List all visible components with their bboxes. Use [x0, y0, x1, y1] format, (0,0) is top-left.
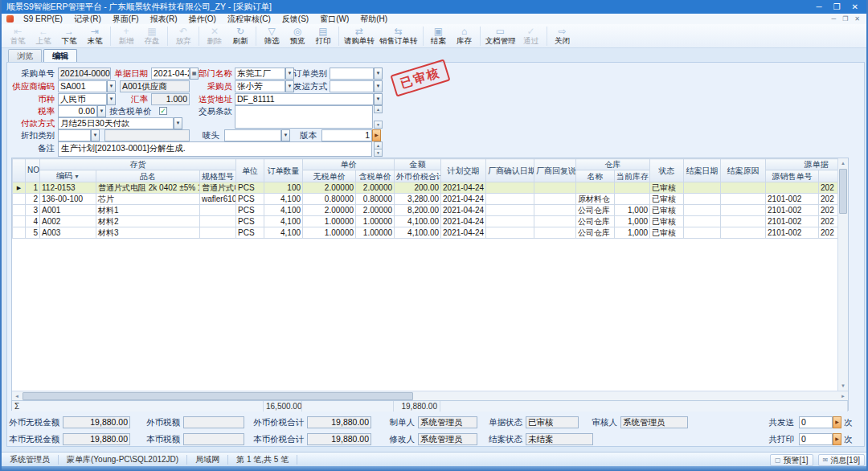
sales-order-transfer-button[interactable]: ⇆销售订单转 [377, 25, 420, 47]
tab-browse[interactable]: 浏览 [8, 49, 42, 63]
close-window-icon: ⇨ [558, 27, 566, 36]
table-row[interactable]: 3 A001 材料1 PCS 4,100 2.00000 2.00000 8,2… [13, 205, 840, 216]
print-count-field[interactable]: 0 [799, 433, 833, 445]
trade-terms-textarea[interactable] [235, 105, 373, 129]
menu-operation[interactable]: 操作(O) [182, 14, 221, 25]
currency-dropdown-button[interactable]: ▼ [107, 93, 116, 105]
dept-field[interactable]: 东莞工厂 [235, 68, 285, 80]
close-button[interactable]: ✕ [852, 0, 858, 14]
discount-type-field[interactable] [58, 129, 91, 141]
version-field[interactable]: 1 [321, 129, 372, 141]
scroll-down-arrow[interactable]: ▼ [838, 381, 848, 391]
table-row[interactable]: ▶ 1 112-0153 普通片式电阻 2k 0402 ±5% 1/16W 普通… [13, 182, 840, 194]
toolbar-separator [199, 27, 199, 46]
grid-viewport: NO▼ 存货 单位 订单数量 单价 金额 计划交期 厂商确认日期 厂商回复说明 … [12, 158, 839, 391]
table-row[interactable]: 2 136-00-100 芯片 wafler610 PCS 4,100 0.80… [13, 194, 840, 205]
version-dropdown-button[interactable]: ▶ [372, 129, 381, 141]
close-case-button[interactable]: ▣结案 [426, 25, 452, 47]
table-row[interactable]: 5 A003 材料3 PCS 4,100 1.00000 1.00000 4,1… [13, 227, 840, 239]
delivery-address-field[interactable]: DF_81111 [235, 93, 374, 105]
status-bar: 系统管理员 蒙单库(Young-PC\SQL2012JD) 局域网 第 1 笔,… [2, 452, 868, 467]
menu-record[interactable]: 记录(R) [68, 14, 107, 25]
menu-help[interactable]: 帮助(H) [354, 14, 393, 25]
sales-order-transfer-icon: ⇆ [395, 27, 403, 36]
order-footer: 外币无税金额 19,880.00 外币税额 外币价税合计 19,880.00 制… [2, 412, 868, 450]
inventory-button[interactable]: ⌂库存 [452, 25, 477, 47]
scroll-up-arrow[interactable]: ▲ [838, 158, 848, 168]
table-row[interactable]: 4 A002 材料2 PCS 4,100 1.00000 1.00000 4,1… [13, 216, 840, 227]
alerts-chip[interactable]: ▢ 预警[1] [770, 454, 813, 466]
menu-interface[interactable]: 界面(F) [107, 14, 145, 25]
menu-window[interactable]: 窗口(W) [314, 14, 354, 25]
local-tax-field [183, 433, 244, 445]
titlebar: 顺景S9智能ERP管理平台 - 广东顺景软件科技有限公司_ZY - [采购订单]… [2, 0, 866, 14]
print-count-button[interactable]: ▶ [833, 433, 841, 445]
send-count-button[interactable]: ▶ [833, 416, 841, 428]
trade-terms-scroll-down-button[interactable]: ▼ [374, 121, 383, 129]
tax-rate-dropdown-button[interactable]: ▼ [97, 105, 106, 117]
mdi-close-button[interactable]: ✕ [854, 15, 860, 23]
order-type-label: 订单类别 [292, 68, 327, 79]
order-type-dropdown-button[interactable]: ▼ [374, 68, 383, 80]
horizontal-scroll-thumb[interactable] [23, 392, 413, 400]
ship-method-dropdown-button[interactable]: ▼ [374, 80, 383, 92]
payment-terms-dropdown-button[interactable]: ▼ [174, 117, 182, 129]
discount-type-label: 折扣类别 [3, 129, 55, 141]
tab-edit[interactable]: 编辑 [43, 49, 77, 63]
last-record-icon: ⇥ [91, 27, 99, 36]
trade-terms-scroll-up-button[interactable]: ▲ [374, 105, 383, 113]
document-management-button[interactable]: ▭文档管理 [483, 25, 518, 47]
ship-method-field[interactable] [330, 80, 374, 92]
buyer-field[interactable]: 张小芳 [235, 80, 285, 92]
vertical-scroll-thumb[interactable] [839, 169, 847, 214]
doc-date-field[interactable]: 2021-04-22 [151, 68, 190, 80]
purchase-no-label: 采购单号 [3, 68, 55, 79]
maximize-button[interactable]: ❐ [833, 0, 841, 14]
payment-terms-field[interactable]: 月结25日30天付款 [58, 117, 174, 129]
col-header-source-sales-no: 源销售单号 [766, 170, 819, 182]
minimize-button[interactable]: ─ [817, 0, 822, 14]
last-record-button[interactable]: ⇥末笔 [82, 25, 108, 47]
window-title: 顺景S9智能ERP管理平台 - 广东顺景软件科技有限公司_ZY - [采购订单] [2, 0, 809, 14]
grid-vertical-scrollbar[interactable]: ▲ ▼ [837, 158, 848, 391]
mdi-restore-button[interactable]: ❐ [842, 15, 848, 23]
menu-s9erp[interactable]: S9 ERP(E) [18, 14, 68, 23]
supplier-code-dropdown-button[interactable]: ▼ [107, 80, 116, 92]
status-record-position: 第 1 笔,共 5 笔 [228, 455, 297, 465]
shipping-mark-field[interactable] [224, 129, 281, 141]
creator-label: 制单人 [379, 416, 415, 428]
preview-button[interactable]: ◎预览 [285, 25, 310, 47]
close-window-button[interactable]: ⇨关闭 [550, 25, 575, 47]
first-record-icon: ⇤ [14, 27, 22, 36]
approved-stamp: 已审核 [390, 59, 450, 96]
order-type-field[interactable] [330, 68, 374, 80]
menubar: S9 ERP(E) 记录(R) 界面(F) 报表(R) 操作(O) 流程审核(C… [2, 14, 866, 25]
tax-rate-field[interactable]: 0.00 [58, 105, 97, 117]
group-header-inventory: 存货 [40, 159, 236, 170]
approve-button: ✓通过 [518, 25, 544, 47]
first-record-button: ⇤首笔 [5, 25, 31, 47]
print-button[interactable]: ▤打印 [310, 25, 336, 47]
menu-feedback[interactable]: 反馈(S) [276, 14, 314, 25]
remark-textarea[interactable]: 生产计划[202103-0001]分解生成. [58, 141, 372, 157]
mdi-minimize-button[interactable]: ─ [831, 15, 836, 23]
modifier-label: 修改人 [379, 433, 415, 444]
filter-button[interactable]: ▽筛选 [259, 25, 285, 47]
discount-type-dropdown-button[interactable]: ▼ [91, 129, 100, 141]
tax-included-checkbox[interactable]: ✓ [159, 107, 167, 115]
currency-field[interactable]: 人民币 [58, 93, 107, 105]
menu-workflow-audit[interactable]: 流程审核(C) [222, 14, 276, 25]
filter-icon[interactable]: ▼ [74, 174, 80, 179]
remark-scroll-down-button[interactable]: ▼ [374, 149, 383, 157]
local-tax-label: 本币税额 [138, 433, 180, 444]
next-record-button[interactable]: →下笔 [56, 25, 82, 47]
purchase-request-transfer-button[interactable]: ⇄请购单转 [342, 25, 377, 47]
refresh-button[interactable]: ↻刷新 [227, 25, 253, 47]
modifier-field: 系统管理员 [418, 433, 477, 445]
menu-report[interactable]: 报表(R) [145, 14, 183, 25]
send-count-field[interactable]: 0 [799, 416, 833, 428]
toolbar-separator [480, 27, 481, 46]
supplier-code-field[interactable]: SA001 [58, 80, 107, 92]
delivery-address-dropdown-button[interactable]: ▼ [374, 93, 383, 105]
messages-chip[interactable]: ✉ 消息[19] [818, 454, 865, 466]
